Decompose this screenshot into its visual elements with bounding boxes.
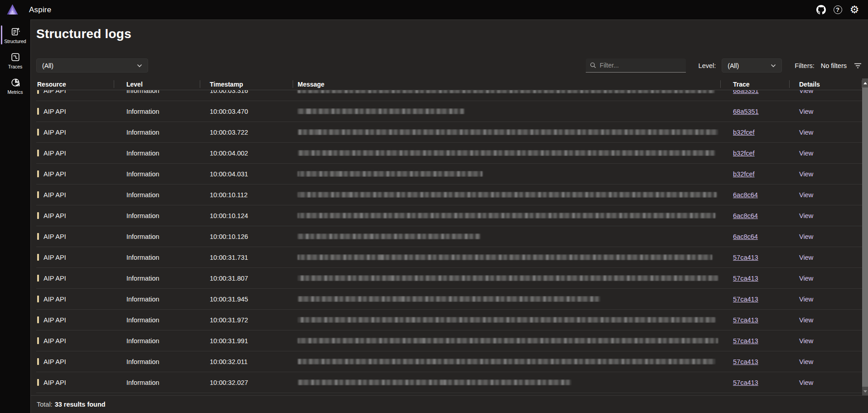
message-cell <box>293 317 721 323</box>
trace-link[interactable]: b32fcef <box>733 150 755 157</box>
structured-logs-table: Resource Level Timestamp Message Trace D… <box>36 78 862 393</box>
trace-link[interactable]: 57ca413 <box>733 358 758 365</box>
filter-funnel-icon[interactable] <box>854 63 862 69</box>
table-row[interactable]: AIP APIInformation10:00:32.01157ca413Vie… <box>36 351 862 372</box>
details-view-link[interactable]: View <box>799 90 813 94</box>
trace-link[interactable]: 6ac8c64 <box>733 233 758 240</box>
details-view-link[interactable]: View <box>799 150 813 157</box>
level-select-value: (All) <box>728 62 766 69</box>
trace-link[interactable]: 57ca413 <box>733 337 758 345</box>
details-view-link[interactable]: View <box>799 337 813 345</box>
trace-link[interactable]: 57ca413 <box>733 275 758 282</box>
level-select[interactable]: (All) <box>722 58 782 73</box>
table-row[interactable]: AIP APIInformation10:00:10.1266ac8c64Vie… <box>36 226 862 247</box>
table-row[interactable]: AIP APIInformation10:00:10.1246ac8c64Vie… <box>36 205 862 226</box>
table-row[interactable]: AIP APIInformation10:00:03.31668a5351Vie… <box>36 90 862 101</box>
details-view-link[interactable]: View <box>799 275 813 282</box>
sidebar-item-structured[interactable]: Structured <box>0 22 30 48</box>
redacted-message <box>298 275 718 281</box>
trace-link[interactable]: b32fcef <box>733 170 755 178</box>
timestamp-cell: 10:00:31.945 <box>200 296 293 303</box>
details-view-link[interactable]: View <box>799 212 813 219</box>
settings-gear-icon[interactable]: ⚙ <box>849 5 860 15</box>
sidebar-item-traces[interactable]: Traces <box>0 48 30 73</box>
resource-cell: AIP API <box>36 337 114 345</box>
table-row[interactable]: AIP APIInformation10:00:03.47068a5351Vie… <box>36 101 862 122</box>
details-view-link[interactable]: View <box>799 129 813 136</box>
level-cell: Information <box>114 275 200 282</box>
sidebar-item-metrics[interactable]: Metrics <box>0 73 30 98</box>
table-row[interactable]: AIP APIInformation10:00:31.94557ca413Vie… <box>36 289 862 310</box>
trace-link[interactable]: 57ca413 <box>733 254 758 261</box>
details-view-link[interactable]: View <box>799 108 813 115</box>
log-filter-searchbox[interactable] <box>586 58 686 73</box>
details-view-link[interactable]: View <box>799 254 813 261</box>
resource-cell: AIP API <box>36 233 114 240</box>
redacted-message <box>298 233 480 239</box>
resource-color-bar-icon <box>37 254 39 261</box>
table-row[interactable]: AIP APIInformation10:00:31.99157ca413Vie… <box>36 330 862 351</box>
table-row[interactable]: AIP APIInformation10:00:04.031b32fcefVie… <box>36 164 862 185</box>
trace-link[interactable]: 57ca413 <box>733 296 758 303</box>
details-view-link[interactable]: View <box>799 170 813 178</box>
message-cell <box>293 275 721 281</box>
details-cell: View <box>790 170 862 178</box>
help-icon[interactable]: ? <box>832 5 843 15</box>
clipped-row-container: AIP APIInformation10:00:03.31668a5351Vie… <box>36 90 862 101</box>
trace-link[interactable]: 6ac8c64 <box>733 191 758 199</box>
trace-link[interactable]: 68a5351 <box>733 90 758 94</box>
details-view-link[interactable]: View <box>799 233 813 240</box>
table-row[interactable]: AIP APIInformation10:00:03.722b32fcefVie… <box>36 122 862 143</box>
vertical-scrollbar[interactable] <box>862 78 868 396</box>
timestamp-cell: 10:00:10.126 <box>200 233 293 240</box>
scroll-down-button[interactable] <box>862 387 868 396</box>
timestamp-cell: 10:00:10.112 <box>200 191 293 199</box>
resource-color-bar-icon <box>37 275 39 282</box>
trace-link[interactable]: 6ac8c64 <box>733 212 758 219</box>
left-nav: Structured Traces Metrics <box>0 19 30 413</box>
resource-select[interactable]: (All) <box>36 58 148 73</box>
scroll-up-button[interactable] <box>862 78 868 87</box>
details-cell: View <box>790 90 862 94</box>
trace-link[interactable]: 57ca413 <box>733 316 758 324</box>
details-cell: View <box>790 337 862 345</box>
filter-input[interactable] <box>600 62 682 69</box>
trace-cell: b32fcef <box>721 150 790 157</box>
resource-name: AIP API <box>43 150 66 157</box>
message-cell <box>293 192 721 198</box>
chevron-down-icon <box>137 64 142 68</box>
resource-color-bar-icon <box>37 150 39 156</box>
table-row[interactable]: AIP APIInformation10:00:32.02757ca413Vie… <box>36 372 862 393</box>
table-row[interactable]: AIP APIInformation10:00:31.73157ca413Vie… <box>36 247 862 268</box>
level-cell: Information <box>114 233 200 240</box>
level-cell: Information <box>114 150 200 157</box>
table-header: Resource Level Timestamp Message Trace D… <box>36 78 862 90</box>
trace-cell: b32fcef <box>721 129 790 136</box>
resource-color-bar-icon <box>37 212 39 219</box>
details-view-link[interactable]: View <box>799 191 813 199</box>
trace-link[interactable]: b32fcef <box>733 129 755 136</box>
table-row[interactable]: AIP APIInformation10:00:10.1126ac8c64Vie… <box>36 185 862 205</box>
table-row[interactable]: AIP APIInformation10:00:31.97257ca413Vie… <box>36 310 862 330</box>
resource-name: AIP API <box>43 358 66 365</box>
message-cell <box>293 379 721 385</box>
details-view-link[interactable]: View <box>799 358 813 365</box>
trace-link[interactable]: 68a5351 <box>733 108 758 115</box>
details-cell: View <box>790 233 862 240</box>
table-row[interactable]: AIP APIInformation10:00:31.80757ca413Vie… <box>36 268 862 289</box>
top-bar: Aspire ? ⚙ <box>0 0 868 19</box>
resource-color-bar-icon <box>37 129 39 136</box>
github-icon[interactable] <box>815 5 826 15</box>
level-cell: Information <box>114 212 200 219</box>
table-row[interactable]: AIP APIInformation10:00:04.002b32fcefVie… <box>36 143 862 164</box>
resource-name: AIP API <box>43 296 66 303</box>
redacted-message <box>298 379 571 385</box>
resource-name: AIP API <box>43 275 66 282</box>
details-view-link[interactable]: View <box>799 296 813 303</box>
trace-link[interactable]: 57ca413 <box>733 379 758 386</box>
message-cell <box>293 213 721 219</box>
details-view-link[interactable]: View <box>799 379 813 386</box>
message-cell <box>293 254 721 260</box>
details-cell: View <box>790 254 862 261</box>
details-view-link[interactable]: View <box>799 316 813 324</box>
